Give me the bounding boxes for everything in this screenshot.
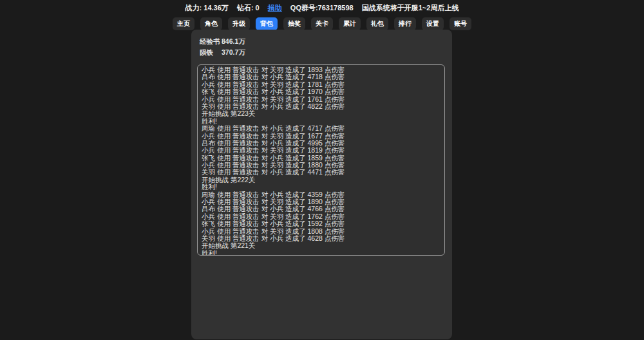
item-name: 陨铁 [200, 47, 222, 58]
tab-home[interactable]: 主页 [173, 17, 194, 30]
inventory-list: 经验书 846.1万 陨铁 370.7万 [197, 35, 446, 58]
power-stat: 战力: 14.36万 [185, 4, 229, 12]
log-line: 胜利! [202, 250, 440, 256]
tab-lottery[interactable]: 抽奖 [283, 17, 305, 30]
tab-levels[interactable]: 关卡 [311, 17, 333, 30]
tab-character[interactable]: 角色 [200, 17, 222, 30]
tab-account[interactable]: 账号 [450, 17, 471, 30]
log-line: 张飞 使用 普通攻击 对 小兵 造成了 1592 点伤害 [202, 220, 440, 227]
log-line: 开始挑战 第221关 [202, 242, 440, 249]
battle-log-box[interactable]: 小兵 使用 普通攻击 对 关羽 造成了 1893 点伤害 吕布 使用 普通攻击 … [197, 64, 445, 256]
qq-group: QQ群号:763178598 [290, 4, 354, 12]
tab-backpack[interactable]: 背包 [256, 17, 278, 30]
log-line: 周瑜 使用 普通攻击 对 小兵 造成了 4717 点伤害 [202, 125, 440, 132]
tab-bar: 主页 角色 升级 背包 抽奖 关卡 累计 礼包 排行 设置 账号 [0, 17, 644, 30]
server-notice: 国战系统将于开服1~2周后上线 [362, 4, 459, 12]
item-amount: 846.1万 [222, 36, 245, 47]
log-line: 开始挑战 第223关 [202, 110, 440, 117]
log-line: 开始挑战 第222关 [202, 176, 440, 184]
tab-cumulative[interactable]: 累计 [339, 17, 361, 30]
inventory-item: 经验书 846.1万 [200, 36, 446, 47]
donate-link[interactable]: 捐助 [268, 4, 282, 12]
content-panel: 经验书 846.1万 陨铁 370.7万 小兵 使用 普通攻击 对 关羽 造成了… [191, 30, 452, 339]
diamond-stat: 钻石: 0 [237, 4, 260, 12]
tab-ranking[interactable]: 排行 [394, 17, 416, 30]
log-line: 张飞 使用 普通攻击 对 小兵 造成了 1970 点伤害 [202, 88, 440, 95]
log-line: 胜利! [202, 184, 440, 191]
item-name: 经验书 [200, 36, 222, 47]
topbar: 战力: 14.36万 钻石: 0 捐助 QQ群号:763178598 国战系统将… [0, 0, 644, 13]
inventory-item: 陨铁 370.7万 [200, 47, 446, 58]
log-line: 小兵 使用 普通攻击 对 关羽 造成了 1819 点伤害 [202, 147, 440, 154]
item-amount: 370.7万 [222, 47, 245, 58]
tab-settings[interactable]: 设置 [422, 17, 444, 30]
tab-gift-pack[interactable]: 礼包 [366, 17, 388, 30]
tab-upgrade[interactable]: 升级 [228, 17, 250, 30]
